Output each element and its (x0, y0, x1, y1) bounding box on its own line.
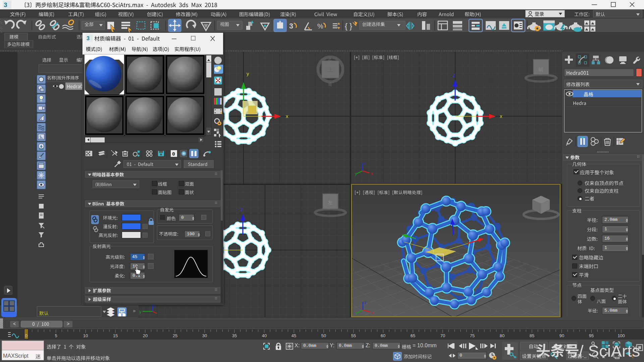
svg-text:x: x (286, 113, 288, 119)
svg-text:}: } (350, 21, 352, 31)
svg-text:y: y (356, 310, 358, 315)
svg-text:z: z (240, 206, 243, 212)
svg-text:z: z (364, 161, 366, 166)
svg-text:3: 3 (289, 22, 293, 30)
svg-text:3: 3 (4, 1, 7, 8)
svg-text:y: y (247, 71, 249, 76)
svg-text:x: x (372, 310, 374, 315)
svg-text:x: x (500, 113, 502, 119)
svg-text:y: y (139, 309, 142, 314)
svg-text:y: y (355, 171, 357, 176)
svg-text:*: * (111, 149, 112, 153)
svg-text:3: 3 (87, 36, 90, 41)
svg-text:z: z (453, 72, 455, 78)
svg-text:%: % (317, 22, 323, 30)
svg-text:0: 0 (172, 152, 175, 157)
svg-text:z: z (364, 300, 367, 305)
svg-text:x: x (371, 171, 373, 176)
svg-text:{: { (345, 21, 347, 31)
